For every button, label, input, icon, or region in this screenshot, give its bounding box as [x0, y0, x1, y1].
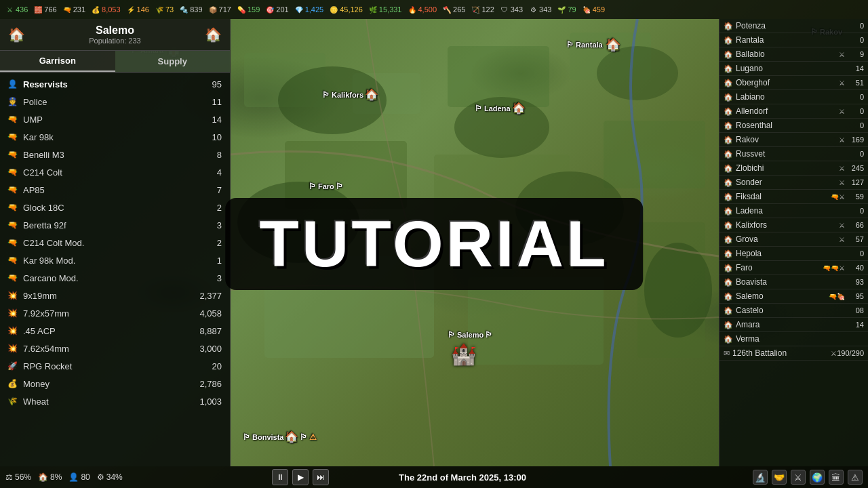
right-city-row[interactable]: 🏠 Rosenthal 0 — [719, 119, 868, 133]
right-city-row[interactable]: 🏠 Amara 14 — [719, 318, 868, 332]
right-city-count-18: 93 — [845, 278, 864, 286]
map-label-ladena[interactable]: 🏳 Ladena 🏠 — [475, 102, 526, 115]
map-label-salemo[interactable]: 🏳 Salemo 🏳 — [448, 330, 493, 340]
right-panel: 🏠 Potenza 0 🏠 Rantala 0 🏠 Ballabio ⚔ 9 🏠… — [719, 19, 868, 466]
map-label-rantala[interactable]: 🏳 Rantala 🏠 — [566, 37, 620, 52]
right-city-building-icon-0: 🏠 — [724, 22, 733, 30]
map-label-faro[interactable]: 🏳 Faro 🏳 — [309, 182, 344, 191]
tab-garrison[interactable]: Garrison — [0, 51, 115, 72]
garrison-icon-1: 👮 — [5, 95, 19, 108]
right-city-row[interactable]: 🏠 Rantala 0 — [719, 33, 868, 47]
garrison-row[interactable]: 🔫 Kar 98k 10 — [0, 128, 230, 146]
eff-icon: ⚙ — [97, 472, 104, 482]
settings-icon[interactable]: 🏛 — [829, 470, 844, 485]
right-city-row[interactable]: 🏠 Boavista 93 — [719, 275, 868, 289]
right-city-row[interactable]: 🏠 Grova ⚔ 57 — [719, 232, 868, 247]
garrison-row[interactable]: 🚀 RPG Rocket 20 — [0, 357, 230, 375]
tutorial-overlay: TUTORIAL — [225, 198, 643, 290]
garrison-name-16: RPG Rocket — [23, 361, 188, 371]
right-city-name-2: Ballabio — [736, 49, 839, 59]
garrison-count-17: 2,786 — [188, 379, 222, 389]
resource-item-17: ⚙343 — [526, 5, 553, 14]
garrison-row[interactable]: 🔫 Beretta 92f 3 — [0, 216, 230, 234]
right-city-count-11: 127 — [845, 178, 864, 186]
garrison-row[interactable]: 💥 .45 ACP 8,887 — [0, 322, 230, 340]
right-city-building-icon-12: 🏠 — [724, 192, 733, 201]
diplomacy-icon[interactable]: 🤝 — [772, 470, 787, 485]
garrison-row[interactable]: 🌾 Wheat 1,003 — [0, 392, 230, 410]
garrison-row[interactable]: 👮 Police 11 — [0, 93, 230, 110]
right-city-name-4: Oberghof — [736, 78, 839, 87]
play-button[interactable]: ▶ — [292, 469, 309, 485]
resource-value-1: 766 — [44, 5, 56, 14]
right-city-row[interactable]: 🏠 Ladena 0 — [719, 204, 868, 218]
right-city-row[interactable]: 🏠 Rakov ⚔ 169 — [719, 133, 868, 147]
right-city-row[interactable]: 🏠 Labiano 0 — [719, 90, 868, 104]
resource-icon-18: 🌱 — [557, 5, 566, 14]
garrison-row[interactable]: 🔫 Kar 98k Mod. 1 — [0, 251, 230, 269]
garrison-icon-0: 👤 — [5, 77, 19, 91]
right-city-name-22: Verma — [736, 334, 845, 344]
science-icon[interactable]: 🔬 — [753, 470, 768, 485]
stat-housing: 🏠 8% — [38, 472, 62, 482]
right-city-row[interactable]: 🏠 Zlobichi ⚔ 245 — [719, 161, 868, 176]
garrison-count-15: 3,000 — [188, 344, 222, 354]
garrison-icon-17: 💰 — [5, 377, 19, 390]
resource-value-18: 79 — [568, 5, 576, 14]
resource-item-3: 💰8,053 — [89, 5, 123, 14]
garrison-row[interactable]: 🔫 AP85 7 — [0, 181, 230, 199]
tab-row: Garrison Supply — [0, 51, 230, 73]
garrison-row[interactable]: 🔫 C214 Colt 4 — [0, 163, 230, 181]
right-city-row[interactable]: 🏠 Potenza 0 — [719, 19, 868, 33]
bottom-date: The 22nd of March 2025, 13:00 — [329, 472, 595, 483]
globe-icon[interactable]: 🌍 — [810, 470, 825, 485]
garrison-row[interactable]: 💥 7.92x57mm 4,058 — [0, 304, 230, 322]
right-city-building-icon-18: 🏠 — [724, 278, 733, 287]
garrison-row[interactable]: 🔫 Carcano Mod. 3 — [0, 269, 230, 287]
garrison-row[interactable]: 💥 9x19mm 2,377 — [0, 287, 230, 304]
map-label-kalikfors[interactable]: 🏳 Kalikfors 🏠 — [322, 88, 378, 101]
fast-forward-button[interactable]: ⏭ — [313, 469, 329, 485]
garrison-icon-14: 💥 — [5, 324, 19, 338]
right-city-count-21: 14 — [845, 321, 864, 329]
resource-item-9: 🎯201 — [263, 5, 290, 14]
right-city-row[interactable]: 🏠 Oberghof ⚔ 51 — [719, 76, 868, 90]
military-icon[interactable]: ⚔ — [791, 470, 806, 485]
right-city-count-9: 0 — [845, 150, 864, 158]
garrison-row[interactable]: 💥 7.62x54mm 3,000 — [0, 340, 230, 357]
resource-value-11: 45,126 — [340, 5, 363, 14]
resource-item-0: ⚔436 — [3, 5, 30, 14]
right-city-row[interactable]: 🏠 Russvet 0 — [719, 147, 868, 161]
map-label-bonvista[interactable]: 🏳 Bonvista 🏠 🏳 ⚠ — [243, 430, 317, 443]
right-city-row[interactable]: 🏠 Ballabio ⚔ 9 — [719, 47, 868, 62]
garrison-row[interactable]: 💰 Money 2,786 — [0, 375, 230, 392]
right-city-row[interactable]: 🏠 Hepola 0 — [719, 247, 868, 261]
garrison-icon-12: 💥 — [5, 289, 19, 302]
bottom-bar: ⚖ 56% 🏠 8% 👤 80 ⚙ 34% ⏸ ▶ ⏭ The 22nd of … — [0, 466, 868, 488]
right-city-row[interactable]: 🏠 Fiksdal 🔫⚔ 59 — [719, 190, 868, 204]
resource-value-7: 717 — [219, 5, 231, 14]
resource-icon-13: 🔥 — [408, 5, 417, 14]
right-city-row[interactable]: 🏠 Castelo 08 — [719, 304, 868, 318]
garrison-row[interactable]: 🔫 C214 Colt Mod. 2 — [0, 234, 230, 251]
right-city-row[interactable]: ✉ 126th Battalion ⚔ 190/290 — [719, 346, 868, 361]
resource-item-8: 💊159 — [235, 5, 262, 14]
garrison-row[interactable]: 👤 Reservists 95 — [0, 75, 230, 93]
pause-button[interactable]: ⏸ — [272, 469, 288, 485]
garrison-row[interactable]: 🔫 Benelli M3 8 — [0, 146, 230, 163]
right-city-row[interactable]: 🏠 Salemo 🔫🍖 95 — [719, 289, 868, 304]
right-city-row[interactable]: 🏠 Kalixfors ⚔ 66 — [719, 218, 868, 232]
right-city-row[interactable]: 🏠 Sonder ⚔ 127 — [719, 176, 868, 190]
garrison-row[interactable]: 🔫 UMP 14 — [0, 110, 230, 128]
garrison-row[interactable]: 🔫 Glock 18C 2 — [0, 199, 230, 216]
right-city-count-6: 0 — [845, 107, 864, 115]
right-city-row[interactable]: 🏠 Allendorf ⚔ 0 — [719, 104, 868, 119]
right-city-building-icon-22: 🏠 — [724, 335, 733, 344]
tab-supply[interactable]: Supply — [115, 51, 231, 72]
right-city-row[interactable]: 🏠 Lugano 14 — [719, 62, 868, 76]
bottom-controls: ⏸ ▶ ⏭ — [272, 469, 329, 485]
right-city-building-icon-16: 🏠 — [724, 249, 733, 258]
right-city-row[interactable]: 🏠 Verma — [719, 332, 868, 346]
alert-icon[interactable]: ⚠ — [848, 470, 863, 485]
right-city-row[interactable]: 🏠 Faro 🔫🔫⚔ 40 — [719, 261, 868, 275]
